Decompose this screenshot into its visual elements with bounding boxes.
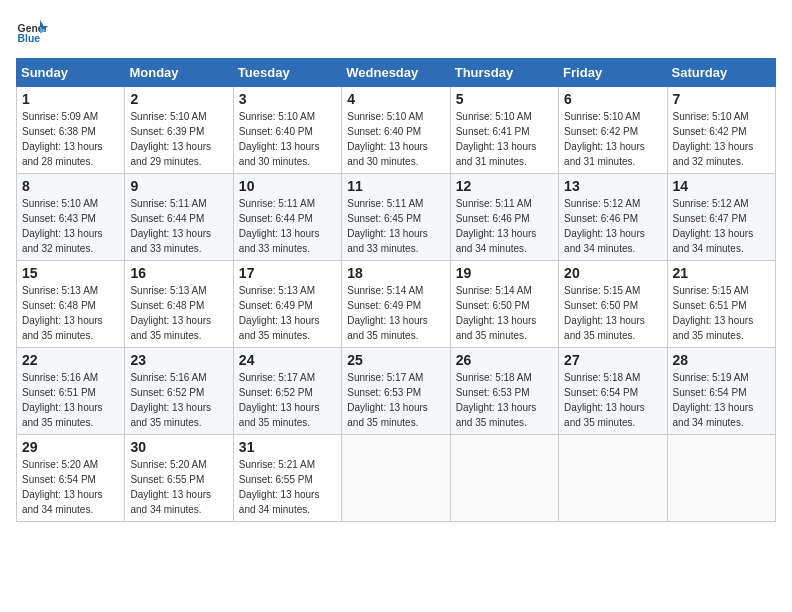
calendar-cell: 31 Sunrise: 5:21 AM Sunset: 6:55 PM Dayl… bbox=[233, 435, 341, 522]
calendar-cell: 2 Sunrise: 5:10 AM Sunset: 6:39 PM Dayli… bbox=[125, 87, 233, 174]
day-info: Sunrise: 5:10 AM Sunset: 6:39 PM Dayligh… bbox=[130, 109, 227, 169]
calendar-cell: 10 Sunrise: 5:11 AM Sunset: 6:44 PM Dayl… bbox=[233, 174, 341, 261]
day-info: Sunrise: 5:10 AM Sunset: 6:41 PM Dayligh… bbox=[456, 109, 553, 169]
day-number: 22 bbox=[22, 352, 119, 368]
calendar-cell: 19 Sunrise: 5:14 AM Sunset: 6:50 PM Dayl… bbox=[450, 261, 558, 348]
day-number: 26 bbox=[456, 352, 553, 368]
day-number: 21 bbox=[673, 265, 770, 281]
calendar-cell: 14 Sunrise: 5:12 AM Sunset: 6:47 PM Dayl… bbox=[667, 174, 775, 261]
calendar-cell: 6 Sunrise: 5:10 AM Sunset: 6:42 PM Dayli… bbox=[559, 87, 667, 174]
week-row-3: 15 Sunrise: 5:13 AM Sunset: 6:48 PM Dayl… bbox=[17, 261, 776, 348]
calendar-cell: 23 Sunrise: 5:16 AM Sunset: 6:52 PM Dayl… bbox=[125, 348, 233, 435]
day-info: Sunrise: 5:20 AM Sunset: 6:55 PM Dayligh… bbox=[130, 457, 227, 517]
day-number: 5 bbox=[456, 91, 553, 107]
day-number: 29 bbox=[22, 439, 119, 455]
header-row: SundayMondayTuesdayWednesdayThursdayFrid… bbox=[17, 59, 776, 87]
day-info: Sunrise: 5:17 AM Sunset: 6:53 PM Dayligh… bbox=[347, 370, 444, 430]
day-info: Sunrise: 5:17 AM Sunset: 6:52 PM Dayligh… bbox=[239, 370, 336, 430]
day-number: 25 bbox=[347, 352, 444, 368]
week-row-1: 1 Sunrise: 5:09 AM Sunset: 6:38 PM Dayli… bbox=[17, 87, 776, 174]
header-day-monday: Monday bbox=[125, 59, 233, 87]
calendar-cell: 20 Sunrise: 5:15 AM Sunset: 6:50 PM Dayl… bbox=[559, 261, 667, 348]
calendar-cell: 18 Sunrise: 5:14 AM Sunset: 6:49 PM Dayl… bbox=[342, 261, 450, 348]
day-number: 13 bbox=[564, 178, 661, 194]
calendar-cell: 17 Sunrise: 5:13 AM Sunset: 6:49 PM Dayl… bbox=[233, 261, 341, 348]
calendar-cell: 4 Sunrise: 5:10 AM Sunset: 6:40 PM Dayli… bbox=[342, 87, 450, 174]
day-info: Sunrise: 5:18 AM Sunset: 6:54 PM Dayligh… bbox=[564, 370, 661, 430]
day-number: 11 bbox=[347, 178, 444, 194]
calendar-cell: 12 Sunrise: 5:11 AM Sunset: 6:46 PM Dayl… bbox=[450, 174, 558, 261]
calendar-cell: 5 Sunrise: 5:10 AM Sunset: 6:41 PM Dayli… bbox=[450, 87, 558, 174]
day-number: 1 bbox=[22, 91, 119, 107]
calendar-cell: 26 Sunrise: 5:18 AM Sunset: 6:53 PM Dayl… bbox=[450, 348, 558, 435]
day-number: 7 bbox=[673, 91, 770, 107]
logo: General Blue bbox=[16, 16, 48, 48]
calendar-cell: 16 Sunrise: 5:13 AM Sunset: 6:48 PM Dayl… bbox=[125, 261, 233, 348]
day-number: 23 bbox=[130, 352, 227, 368]
day-info: Sunrise: 5:10 AM Sunset: 6:40 PM Dayligh… bbox=[347, 109, 444, 169]
calendar-cell: 7 Sunrise: 5:10 AM Sunset: 6:42 PM Dayli… bbox=[667, 87, 775, 174]
calendar-cell: 28 Sunrise: 5:19 AM Sunset: 6:54 PM Dayl… bbox=[667, 348, 775, 435]
day-info: Sunrise: 5:13 AM Sunset: 6:49 PM Dayligh… bbox=[239, 283, 336, 343]
day-number: 18 bbox=[347, 265, 444, 281]
calendar-cell: 1 Sunrise: 5:09 AM Sunset: 6:38 PM Dayli… bbox=[17, 87, 125, 174]
day-info: Sunrise: 5:11 AM Sunset: 6:44 PM Dayligh… bbox=[239, 196, 336, 256]
calendar-cell: 24 Sunrise: 5:17 AM Sunset: 6:52 PM Dayl… bbox=[233, 348, 341, 435]
day-info: Sunrise: 5:11 AM Sunset: 6:45 PM Dayligh… bbox=[347, 196, 444, 256]
header-day-friday: Friday bbox=[559, 59, 667, 87]
calendar-cell bbox=[450, 435, 558, 522]
day-info: Sunrise: 5:13 AM Sunset: 6:48 PM Dayligh… bbox=[130, 283, 227, 343]
day-info: Sunrise: 5:19 AM Sunset: 6:54 PM Dayligh… bbox=[673, 370, 770, 430]
header-day-tuesday: Tuesday bbox=[233, 59, 341, 87]
day-number: 27 bbox=[564, 352, 661, 368]
header-day-sunday: Sunday bbox=[17, 59, 125, 87]
day-number: 24 bbox=[239, 352, 336, 368]
day-info: Sunrise: 5:10 AM Sunset: 6:43 PM Dayligh… bbox=[22, 196, 119, 256]
calendar-cell: 8 Sunrise: 5:10 AM Sunset: 6:43 PM Dayli… bbox=[17, 174, 125, 261]
calendar-cell: 21 Sunrise: 5:15 AM Sunset: 6:51 PM Dayl… bbox=[667, 261, 775, 348]
calendar-cell: 30 Sunrise: 5:20 AM Sunset: 6:55 PM Dayl… bbox=[125, 435, 233, 522]
week-row-4: 22 Sunrise: 5:16 AM Sunset: 6:51 PM Dayl… bbox=[17, 348, 776, 435]
day-info: Sunrise: 5:16 AM Sunset: 6:51 PM Dayligh… bbox=[22, 370, 119, 430]
day-info: Sunrise: 5:12 AM Sunset: 6:46 PM Dayligh… bbox=[564, 196, 661, 256]
day-info: Sunrise: 5:21 AM Sunset: 6:55 PM Dayligh… bbox=[239, 457, 336, 517]
day-info: Sunrise: 5:10 AM Sunset: 6:42 PM Dayligh… bbox=[673, 109, 770, 169]
calendar-cell: 25 Sunrise: 5:17 AM Sunset: 6:53 PM Dayl… bbox=[342, 348, 450, 435]
day-info: Sunrise: 5:14 AM Sunset: 6:49 PM Dayligh… bbox=[347, 283, 444, 343]
day-info: Sunrise: 5:14 AM Sunset: 6:50 PM Dayligh… bbox=[456, 283, 553, 343]
day-info: Sunrise: 5:15 AM Sunset: 6:50 PM Dayligh… bbox=[564, 283, 661, 343]
day-info: Sunrise: 5:15 AM Sunset: 6:51 PM Dayligh… bbox=[673, 283, 770, 343]
day-info: Sunrise: 5:16 AM Sunset: 6:52 PM Dayligh… bbox=[130, 370, 227, 430]
header-day-thursday: Thursday bbox=[450, 59, 558, 87]
calendar-cell: 29 Sunrise: 5:20 AM Sunset: 6:54 PM Dayl… bbox=[17, 435, 125, 522]
day-number: 3 bbox=[239, 91, 336, 107]
day-number: 9 bbox=[130, 178, 227, 194]
calendar-cell: 15 Sunrise: 5:13 AM Sunset: 6:48 PM Dayl… bbox=[17, 261, 125, 348]
day-number: 8 bbox=[22, 178, 119, 194]
week-row-5: 29 Sunrise: 5:20 AM Sunset: 6:54 PM Dayl… bbox=[17, 435, 776, 522]
day-info: Sunrise: 5:11 AM Sunset: 6:46 PM Dayligh… bbox=[456, 196, 553, 256]
svg-text:Blue: Blue bbox=[18, 33, 41, 44]
calendar-cell bbox=[559, 435, 667, 522]
page-header: General Blue bbox=[16, 16, 776, 48]
header-day-wednesday: Wednesday bbox=[342, 59, 450, 87]
day-number: 2 bbox=[130, 91, 227, 107]
logo-icon: General Blue bbox=[16, 16, 48, 48]
day-number: 20 bbox=[564, 265, 661, 281]
calendar-cell bbox=[342, 435, 450, 522]
calendar-cell bbox=[667, 435, 775, 522]
day-info: Sunrise: 5:10 AM Sunset: 6:40 PM Dayligh… bbox=[239, 109, 336, 169]
day-number: 30 bbox=[130, 439, 227, 455]
day-info: Sunrise: 5:09 AM Sunset: 6:38 PM Dayligh… bbox=[22, 109, 119, 169]
header-day-saturday: Saturday bbox=[667, 59, 775, 87]
calendar-cell: 22 Sunrise: 5:16 AM Sunset: 6:51 PM Dayl… bbox=[17, 348, 125, 435]
day-number: 19 bbox=[456, 265, 553, 281]
day-number: 28 bbox=[673, 352, 770, 368]
day-number: 17 bbox=[239, 265, 336, 281]
calendar-cell: 9 Sunrise: 5:11 AM Sunset: 6:44 PM Dayli… bbox=[125, 174, 233, 261]
day-info: Sunrise: 5:18 AM Sunset: 6:53 PM Dayligh… bbox=[456, 370, 553, 430]
week-row-2: 8 Sunrise: 5:10 AM Sunset: 6:43 PM Dayli… bbox=[17, 174, 776, 261]
day-number: 16 bbox=[130, 265, 227, 281]
day-info: Sunrise: 5:11 AM Sunset: 6:44 PM Dayligh… bbox=[130, 196, 227, 256]
day-number: 12 bbox=[456, 178, 553, 194]
